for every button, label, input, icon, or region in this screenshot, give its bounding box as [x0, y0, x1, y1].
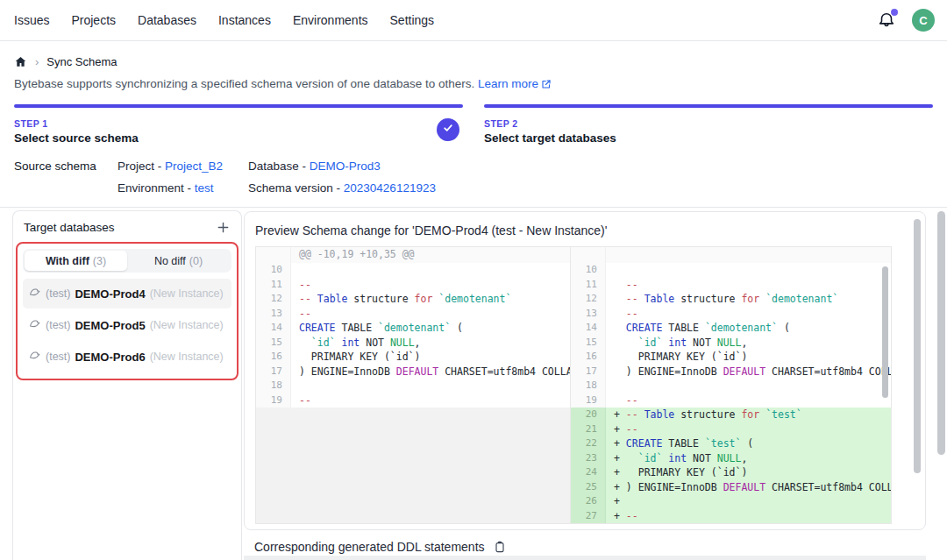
nav-instances[interactable]: Instances [218, 13, 271, 27]
diff-line: 12 -- Table structure for `demotenant` [571, 292, 891, 307]
diff-code: -- [291, 307, 570, 322]
page-scrollbar[interactable] [937, 211, 945, 455]
avatar[interactable]: C [912, 9, 935, 32]
learn-more-link[interactable]: Learn more [478, 77, 538, 90]
diff-line: 25+ ) ENGINE=InnoDB DEFAULT CHARSET=utf8… [571, 480, 891, 495]
add-target-database-button[interactable] [215, 219, 231, 235]
diff-line-number: 11 [256, 278, 291, 293]
tab-no-diff[interactable]: No diff (0) [127, 251, 230, 271]
tab-no-diff-label: No diff [154, 255, 186, 267]
diff-pane-original: @@ -10,19 +10,35 @@ 1011--12-- Table str… [256, 247, 570, 523]
step-indicator: STEP 1 Select source schema STEP 2 Selec… [14, 104, 933, 145]
step-1-progress-bar [14, 104, 463, 108]
db-name: DEMO-Prod6 [75, 351, 145, 364]
diff-line: 19 -- [571, 393, 891, 408]
diff-line: 26+ [571, 494, 891, 509]
diff-line: 20+ -- Table structure for `test` [571, 408, 891, 422]
database-row-demo-prod4[interactable]: (test) DEMO-Prod4 (New Instance) [23, 279, 231, 308]
step-1-label: STEP 1 [14, 118, 463, 129]
copy-icon[interactable] [493, 539, 508, 554]
field-project-value[interactable]: Project_B2 [165, 159, 223, 173]
field-environment: Environment - test [117, 181, 248, 195]
notifications-button[interactable] [877, 11, 896, 30]
diff-line: 23+ `id` int NOT NULL, [571, 451, 891, 466]
diff-code: PRIMARY KEY (`id`) [291, 350, 570, 365]
home-icon[interactable] [14, 55, 27, 68]
db-name: DEMO-Prod4 [75, 287, 145, 301]
nav-databases[interactable]: Databases [138, 13, 196, 27]
diff-line: 10 [256, 263, 570, 278]
diff-line-number: 27 [571, 509, 606, 524]
diff-code: ) ENGINE=InnoDB DEFAULT CHARSET=utf8mb4 … [291, 365, 570, 379]
db-suffix: (New Instance) [150, 319, 224, 331]
diff-line: 17 ) ENGINE=InnoDB DEFAULT CHARSET=utf8m… [571, 365, 891, 379]
diff-code: -- [291, 393, 570, 408]
step-2-label: STEP 2 [484, 118, 933, 129]
nav-environments[interactable]: Environments [293, 13, 368, 27]
field-database-value[interactable]: DEMO-Prod3 [310, 159, 381, 173]
diff-scrollbar[interactable] [882, 266, 888, 398]
field-environment-value[interactable]: test [195, 181, 214, 195]
diff-line: 11-- [256, 278, 570, 293]
nav-settings[interactable]: Settings [390, 13, 435, 27]
diff-line: 19-- [256, 393, 570, 408]
diff-line-number: 17 [571, 365, 606, 379]
diff-code: + ) ENGINE=InnoDB DEFAULT CHARSET=utf8mb… [606, 480, 891, 495]
diff-line: 13-- [256, 307, 570, 322]
database-row-demo-prod5[interactable]: (test) DEMO-Prod5 (New Instance) [23, 310, 231, 340]
diff-line-number: 13 [571, 307, 606, 322]
diff-code: + PRIMARY KEY (`id`) [606, 465, 891, 480]
intro-description: Bytebase supports synchronizing a specif… [14, 77, 474, 90]
field-database: Database - DEMO-Prod3 [248, 159, 436, 173]
step-2-progress-bar [484, 104, 933, 108]
diff-code: CREATE TABLE `demotenant` ( [606, 321, 891, 336]
diff-line-number: 10 [571, 263, 606, 278]
tab-with-diff[interactable]: With diff (3) [25, 251, 127, 271]
db-env: (test) [46, 319, 70, 331]
diff-line: 15 `id` int NOT NULL, [256, 336, 570, 351]
diff-line: 27+ -- [571, 509, 891, 524]
bell-icon [877, 18, 896, 32]
diff-line-number: 14 [571, 321, 606, 336]
schema-preview-panel: Preview Schema change for 'DEMO-Prod4 (t… [244, 211, 926, 530]
db-name: DEMO-Prod5 [75, 319, 145, 332]
top-navigation-bar: Issues Projects Databases Instances Envi… [0, 0, 947, 41]
diff-code: -- [606, 278, 891, 293]
external-link-icon[interactable] [541, 79, 552, 92]
step-2-title: Select target databases [484, 131, 933, 145]
diff-code [291, 379, 570, 393]
diff-line: 18 [256, 379, 570, 393]
diff-code: + `id` int NOT NULL, [606, 451, 891, 466]
diff-code: -- Table structure for `demotenant` [291, 292, 570, 307]
field-schema-version-value[interactable]: 20230426121923 [344, 181, 436, 195]
diff-line: 10 [571, 263, 891, 278]
diff-line-number: 15 [571, 336, 606, 351]
breadcrumb: › Sync Schema [0, 41, 947, 68]
diff-code: + -- Table structure for `test` [606, 408, 891, 422]
diff-line: 16 PRIMARY KEY (`id`) [571, 350, 891, 365]
diff-line-number: 16 [571, 350, 606, 365]
diff-code: -- [291, 278, 570, 293]
diff-line: 18 [571, 379, 891, 393]
db-suffix: (New Instance) [150, 351, 224, 363]
mysql-engine-icon [29, 349, 41, 365]
preview-panel-scrollbar[interactable] [914, 219, 921, 473]
database-row-demo-prod6[interactable]: (test) DEMO-Prod6 (New Instance) [23, 342, 231, 372]
diff-line: 14 CREATE TABLE `demotenant` ( [571, 321, 891, 336]
diff-line-number: 12 [256, 292, 291, 307]
notification-dot [891, 9, 898, 16]
mysql-engine-icon [29, 286, 41, 301]
diff-code: -- [606, 393, 891, 408]
field-schema-version-label: Schema version - [248, 181, 340, 195]
diff-hunk-header: @@ -10,19 +10,35 @@ [291, 247, 570, 263]
nav-projects[interactable]: Projects [71, 13, 116, 27]
diff-line-number: 18 [256, 379, 291, 393]
diff-line-number: 11 [571, 278, 606, 293]
diff-code: `id` int NOT NULL, [291, 336, 570, 351]
target-databases-highlight-box: With diff (3) No diff (0) (test) DEMO [16, 242, 239, 380]
step-1: STEP 1 Select source schema [14, 104, 463, 145]
diff-line-number: 23 [571, 451, 606, 466]
nav-issues[interactable]: Issues [14, 13, 49, 27]
diff-code: + CREATE TABLE `test` ( [606, 436, 891, 451]
diff-line: 13 -- [571, 307, 891, 322]
